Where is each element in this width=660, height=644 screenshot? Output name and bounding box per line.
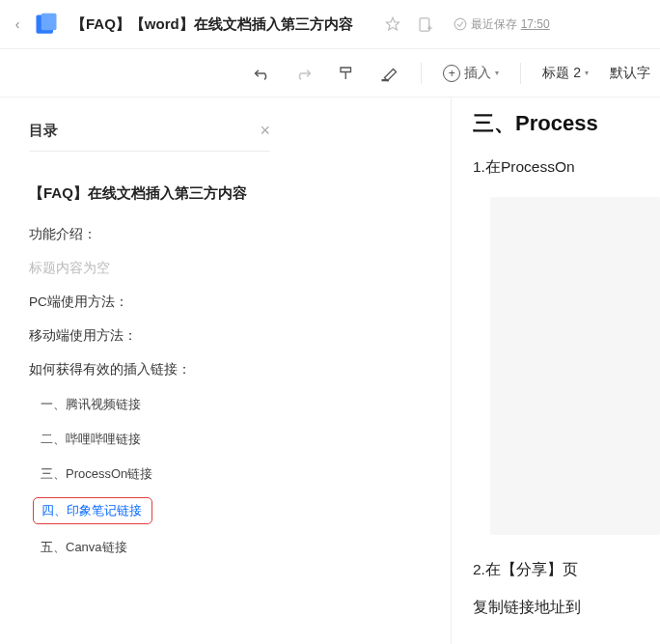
plus-circle-icon: + [443, 65, 460, 82]
outline-item[interactable]: 功能介绍： [29, 224, 270, 245]
content-heading[interactable]: 三、Process [473, 109, 660, 138]
outline-panel: 目录 × 【FAQ】在线文档插入第三方内容 功能介绍：标题内容为空PC端使用方法… [0, 98, 452, 644]
outline-sub-item[interactable]: 二、哔哩哔哩链接 [29, 428, 143, 451]
outline-sub-item[interactable]: 三、ProcessOn链接 [29, 462, 154, 486]
format-paint-icon[interactable] [336, 63, 357, 84]
star-icon[interactable] [384, 15, 401, 33]
outline-root[interactable]: 【FAQ】在线文档插入第三方内容 [29, 184, 270, 203]
heading-label: 标题 2 [542, 65, 581, 82]
save-time: 17:50 [521, 17, 550, 31]
svg-rect-3 [420, 17, 429, 30]
back-chevron-icon[interactable]: ‹ [8, 16, 27, 32]
outline-panel-title: 目录 [29, 122, 58, 140]
save-label: 最近保存 [471, 16, 517, 33]
insert-button[interactable]: + 插入 ▾ [443, 65, 499, 82]
toolbar-separator [421, 63, 422, 84]
close-icon[interactable]: × [260, 121, 270, 141]
insert-label: 插入 [464, 65, 491, 82]
check-circle-icon [454, 17, 467, 31]
outline-sub-item[interactable]: 四、印象笔记链接 [33, 497, 152, 524]
document-title: 【FAQ】【word】在线文档插入第三方内容 [71, 15, 353, 34]
outline-header: 目录 × [29, 121, 270, 152]
toolbar-separator [520, 63, 521, 84]
outline-item[interactable]: 移动端使用方法： [29, 325, 270, 347]
clear-format-icon[interactable] [378, 63, 399, 84]
heading-selector[interactable]: 标题 2 ▾ [542, 65, 589, 82]
svg-marker-2 [386, 17, 399, 30]
font-family-selector[interactable]: 默认字 [610, 65, 650, 82]
outline-item[interactable]: 标题内容为空 [29, 258, 270, 279]
outline-sub-item[interactable]: 五、Canva链接 [29, 536, 129, 559]
titlebar: ‹ 【FAQ】【word】在线文档插入第三方内容 最近保存 17:50 [0, 0, 660, 49]
page-add-icon[interactable] [417, 15, 434, 33]
outline-item[interactable]: PC端使用方法： [29, 292, 270, 313]
content-paragraph[interactable]: 复制链接地址到 [473, 598, 660, 618]
redo-button[interactable] [293, 63, 315, 84]
body-area: 目录 × 【FAQ】在线文档插入第三方内容 功能介绍：标题内容为空PC端使用方法… [0, 98, 660, 644]
svg-point-6 [454, 18, 466, 30]
save-status[interactable]: 最近保存 17:50 [454, 16, 550, 33]
content-paragraph[interactable]: 1.在ProcessOn [473, 157, 660, 178]
document-content: 三、Process 1.在ProcessOn 2.在【分享】页 复制链接地址到 [452, 98, 660, 644]
svg-rect-1 [41, 14, 57, 31]
app-logo-icon[interactable] [33, 11, 60, 38]
chevron-down-icon: ▾ [585, 69, 589, 77]
toolbar: + 插入 ▾ 标题 2 ▾ 默认字 [0, 49, 660, 98]
content-paragraph[interactable]: 2.在【分享】页 [473, 560, 660, 580]
chevron-down-icon: ▾ [495, 69, 499, 77]
embedded-content-placeholder [490, 197, 660, 535]
outline-sub-item[interactable]: 一、腾讯视频链接 [29, 393, 143, 416]
svg-rect-7 [382, 79, 390, 81]
outline-item[interactable]: 如何获得有效的插入链接： [29, 359, 270, 380]
undo-button[interactable] [251, 63, 272, 84]
